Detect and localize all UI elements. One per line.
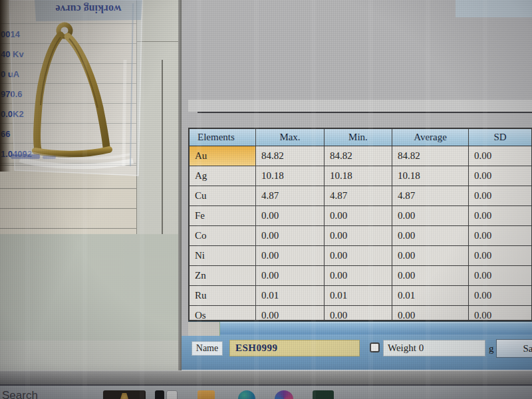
- min-cell: 0.00: [325, 246, 392, 265]
- min-cell: 0.00: [325, 226, 392, 245]
- table-row-ru[interactable]: Ru0.010.010.010.00: [190, 286, 532, 306]
- header-average[interactable]: Average: [392, 129, 469, 146]
- left-lower-panel: [0, 234, 182, 340]
- sd-cell: 0.00: [469, 186, 532, 205]
- scrollbar-corner: [188, 322, 220, 336]
- folder-icon[interactable]: [198, 390, 215, 399]
- table-row-au[interactable]: Au84.8284.8284.820.00: [190, 146, 532, 166]
- sample-photo: working curve: [0, 0, 160, 193]
- sd-cell: 0.00: [469, 146, 532, 166]
- header-max[interactable]: Max.: [256, 129, 325, 146]
- screen-bezel: [0, 370, 532, 384]
- average-cell: 0.00: [392, 266, 469, 285]
- table-row-zn[interactable]: Zn0.000.000.000.00: [190, 266, 532, 286]
- table-row-fe[interactable]: Fe0.000.000.000.00: [190, 206, 532, 226]
- header-sd[interactable]: SD: [469, 129, 532, 146]
- min-cell: 0.01: [325, 286, 392, 305]
- name-label: Name: [192, 341, 223, 356]
- table-hscrollbar[interactable]: [188, 321, 532, 336]
- white-app-icon[interactable]: [166, 390, 178, 399]
- min-cell: 0.00: [325, 306, 392, 321]
- min-cell: 4.87: [325, 186, 392, 205]
- average-cell: 0.01: [392, 286, 469, 305]
- element-cell[interactable]: Co: [190, 226, 256, 245]
- table-row-co[interactable]: Co0.000.000.000.00: [190, 226, 532, 246]
- average-cell: 0.00: [392, 306, 469, 321]
- max-cell: 0.00: [256, 306, 325, 321]
- header-min[interactable]: Min.: [325, 129, 392, 146]
- bag-print: [43, 156, 56, 159]
- results-table-body: Au84.8284.8284.820.00Ag10.1810.1810.180.…: [190, 146, 532, 321]
- average-cell: 0.00: [392, 226, 469, 245]
- element-cell[interactable]: Ru: [190, 286, 256, 305]
- sd-cell: 0.00: [469, 166, 532, 186]
- unit-label: g: [489, 343, 494, 354]
- scrollbar-thumb[interactable]: [220, 323, 532, 334]
- max-cell: 0.00: [256, 266, 325, 285]
- teal-globe-icon[interactable]: [238, 390, 255, 399]
- average-cell: 0.00: [392, 246, 469, 265]
- footer-bar: Name ESH0999 Weight 0 g Save: [182, 336, 532, 370]
- header-elements[interactable]: Elements: [190, 129, 256, 146]
- max-cell: 0.00: [256, 246, 325, 265]
- element-cell[interactable]: Au: [190, 146, 256, 166]
- weight-field[interactable]: Weight 0: [383, 340, 485, 356]
- table-row-ag[interactable]: Ag10.1810.1810.180.00: [190, 166, 532, 186]
- sd-cell: 0.00: [469, 246, 532, 265]
- table-header: Elements Max. Min. Average SD: [190, 129, 532, 146]
- panel-band: [188, 100, 532, 112]
- sd-cell: 0.00: [469, 266, 532, 285]
- element-cell[interactable]: Zn: [190, 266, 256, 285]
- min-cell: 0.00: [325, 206, 392, 225]
- bag-edge: [124, 60, 125, 166]
- black-app-icon[interactable]: [155, 390, 164, 399]
- colorful-app-icon[interactable]: [275, 390, 293, 399]
- sd-cell: 0.00: [469, 226, 532, 245]
- element-cell[interactable]: Ag: [190, 166, 256, 186]
- photo-preview-icon[interactable]: [103, 390, 146, 399]
- average-cell: 0.00: [392, 206, 469, 225]
- table-row-ni[interactable]: Ni0.000.000.000.00: [190, 246, 532, 266]
- max-cell: 4.87: [256, 186, 325, 205]
- amulet-thumbnail: [118, 393, 131, 399]
- taskbar-search[interactable]: Search: [2, 389, 38, 399]
- results-table: Elements Max. Min. Average SD Au84.8284.…: [188, 128, 532, 321]
- sd-cell: 0.00: [469, 286, 532, 305]
- screen-photo: 0014 40 Kv 0 uA 970.6 0.0K2 66 1.04092 w…: [0, 0, 532, 399]
- average-cell: 4.87: [392, 186, 469, 205]
- bag-print: [11, 154, 40, 159]
- element-cell[interactable]: Fe: [190, 206, 256, 225]
- photo-shadow-edge: [0, 0, 11, 172]
- bag-label: working curve: [55, 3, 121, 15]
- panel-divider-line: [198, 112, 532, 113]
- weight-checkbox[interactable]: [370, 342, 380, 352]
- max-cell: 10.18: [256, 166, 325, 186]
- max-cell: 0.01: [256, 286, 325, 305]
- min-cell: 0.00: [325, 266, 392, 285]
- max-cell: 0.00: [256, 206, 325, 225]
- element-cell[interactable]: Ni: [190, 246, 256, 265]
- average-cell: 84.82: [392, 146, 469, 166]
- name-input[interactable]: ESH0999: [229, 340, 360, 356]
- min-cell: 10.18: [325, 166, 392, 186]
- save-button[interactable]: Save: [496, 339, 532, 358]
- top-right-tint: [456, 0, 532, 17]
- max-cell: 84.82: [256, 146, 325, 166]
- weight-label: Weight 0: [388, 342, 424, 353]
- element-cell[interactable]: Os: [190, 306, 256, 321]
- table-row-cu[interactable]: Cu4.874.874.870.00: [190, 186, 532, 206]
- sd-cell: 0.00: [469, 206, 532, 225]
- element-cell[interactable]: Cu: [190, 186, 256, 205]
- max-cell: 0.00: [256, 226, 325, 245]
- sd-cell: 0.00: [469, 306, 532, 321]
- green-app-icon[interactable]: [313, 390, 334, 399]
- min-cell: 84.82: [325, 146, 392, 166]
- table-row-os[interactable]: Os0.000.000.000.00: [190, 306, 532, 321]
- left-bottom-strip: *****: [0, 340, 182, 370]
- average-cell: 10.18: [392, 166, 469, 186]
- taskbar: Search: [0, 384, 532, 399]
